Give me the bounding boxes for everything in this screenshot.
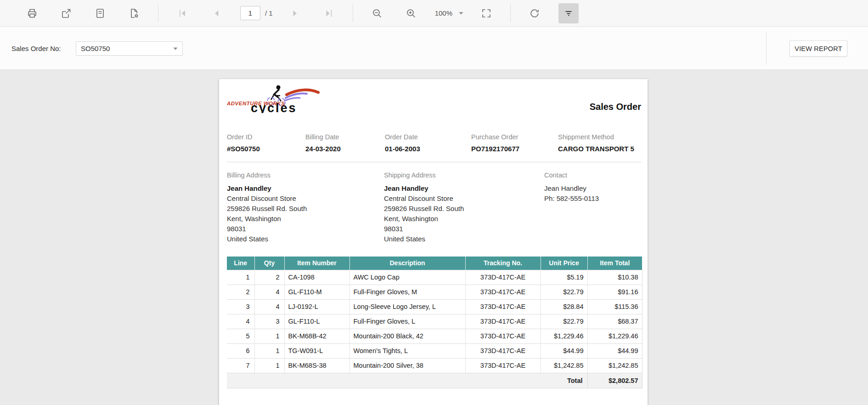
- billing-address-line: 259826 Russell Rd. South: [227, 204, 384, 214]
- zoom-out-button[interactable]: [367, 3, 387, 23]
- table-row: 6 1 TG-W091-L Women's Tights, L 373D-417…: [227, 343, 642, 358]
- export-icon: [61, 8, 72, 19]
- billing-date-label: Billing Date: [305, 133, 385, 141]
- report-title: Sales Order: [590, 102, 641, 113]
- zoom-in-icon: [406, 8, 417, 19]
- contact-line: Ph: 582-555-0113: [544, 194, 599, 204]
- col-header-qty: Qty: [254, 257, 284, 270]
- zoom-level-dropdown[interactable]: 100%: [435, 9, 463, 17]
- toolbar-separator: [353, 5, 353, 22]
- table-row: 1 2 CA-1098 AWC Logo Cap 373D-417C-AE $5…: [227, 270, 642, 285]
- sales-order-no-dropdown[interactable]: SO50750: [76, 41, 183, 56]
- order-date-label: Order Date: [385, 133, 471, 141]
- zoom-dropdown-caret-icon: [459, 12, 463, 15]
- contact-line: Jean Handley: [544, 183, 599, 194]
- shipping-address-name: Jean Handley: [384, 183, 544, 194]
- next-page-button[interactable]: [285, 3, 305, 23]
- page-count-label: / 1: [265, 9, 273, 17]
- refresh-icon: [529, 8, 540, 19]
- adventure-works-cycles-logo: ADVENTURE WORKS cycles: [227, 85, 328, 113]
- logo-brand-bottom-text: cycles: [251, 101, 297, 113]
- previous-page-button[interactable]: [206, 3, 226, 23]
- col-header-line: Line: [227, 257, 254, 270]
- page-number-input[interactable]: [240, 6, 260, 20]
- first-page-icon: [177, 8, 188, 19]
- billing-address-line: Kent, Washington: [227, 214, 384, 224]
- print-button[interactable]: [22, 3, 42, 23]
- previous-page-icon: [211, 8, 222, 19]
- billing-address-line: Central Discount Store: [227, 194, 384, 204]
- shipping-address-line: 98031: [384, 224, 544, 234]
- table-row: 2 4 GL-F110-M Full-Finger Gloves, M 373D…: [227, 285, 642, 299]
- section-divider: [227, 162, 641, 162]
- order-date-value: 01-06-2003: [385, 145, 471, 153]
- billing-address-label: Billing Address: [227, 171, 384, 179]
- shipping-address-line: Kent, Washington: [384, 214, 544, 224]
- parameters-toggle-button[interactable]: [558, 3, 579, 23]
- dropdown-caret-icon: [173, 47, 178, 50]
- zoom-level-value: 100%: [435, 9, 452, 17]
- billing-date-field: Billing Date 24-03-2020: [305, 133, 385, 153]
- col-header-tracking-no: Tracking No.: [465, 257, 541, 270]
- order-date-field: Order Date 01-06-2003: [385, 133, 471, 153]
- total-label: Total: [227, 373, 587, 388]
- billing-date-value: 24-03-2020: [305, 145, 385, 153]
- table-header-row: Line Qty Item Number Description Trackin…: [227, 257, 642, 270]
- parameters-icon: [563, 8, 574, 19]
- purchase-order-value: PO7192170677: [471, 145, 558, 153]
- table-row: 5 1 BK-M68B-42 Mountain-200 Black, 42 37…: [227, 329, 642, 343]
- total-value: $2,802.57: [587, 373, 642, 388]
- addresses-row: Billing Address Jean Handley Central Dis…: [227, 171, 641, 244]
- sales-order-no-value: SO50750: [81, 45, 173, 52]
- view-report-button[interactable]: VIEW REPORT: [789, 40, 847, 57]
- billing-address-line: 98031: [227, 224, 384, 234]
- page-setup-button[interactable]: [124, 3, 144, 23]
- last-page-icon: [323, 8, 334, 19]
- col-header-unit-price: Unit Price: [541, 257, 587, 270]
- contact-block: Contact Jean Handley Ph: 582-555-0113: [544, 171, 599, 244]
- col-header-description: Description: [349, 257, 465, 270]
- print-layout-button[interactable]: [90, 3, 110, 23]
- first-page-button[interactable]: [172, 3, 192, 23]
- export-button[interactable]: [56, 3, 76, 23]
- order-id-value: #SO50750: [227, 145, 305, 153]
- report-canvas[interactable]: ADVENTURE WORKS cycles Sales Order Order…: [0, 70, 868, 405]
- toolbar-separator: [510, 5, 511, 22]
- shipping-address-label: Shipping Address: [384, 171, 544, 179]
- billing-address-block: Billing Address Jean Handley Central Dis…: [227, 171, 384, 244]
- last-page-button[interactable]: [319, 3, 339, 23]
- shipment-method-label: Shippment Method: [558, 133, 634, 141]
- billing-address-line: United States: [227, 234, 384, 244]
- next-page-icon: [289, 8, 300, 19]
- col-header-item-number: Item Number: [284, 257, 349, 270]
- order-info-row: Order ID #SO50750 Billing Date 24-03-202…: [227, 133, 641, 153]
- zoom-out-icon: [372, 8, 383, 19]
- cyclist-head: [276, 86, 281, 90]
- order-id-label: Order ID: [227, 133, 305, 141]
- sales-order-no-label: Sales Order No:: [11, 27, 61, 70]
- table-row: 4 3 GL-F110-L Full-Finger Gloves, L 373D…: [227, 314, 642, 329]
- parameter-bar: Sales Order No: SO50750 VIEW REPORT: [0, 27, 868, 70]
- shipment-method-value: CARGO TRANSPORT 5: [558, 145, 634, 153]
- report-viewer-toolbar: / 1 100%: [0, 0, 868, 27]
- shipping-address-line: 259826 Russell Rd. South: [384, 204, 544, 214]
- cyclist-body: [274, 89, 279, 97]
- fullscreen-button[interactable]: [476, 3, 496, 23]
- order-items-table: Line Qty Item Number Description Trackin…: [227, 257, 643, 388]
- contact-label: Contact: [544, 171, 599, 179]
- report-header: ADVENTURE WORKS cycles Sales Order: [227, 85, 641, 113]
- purchase-order-field: Purchase Order PO7192170677: [471, 133, 558, 153]
- toolbar-separator: [158, 5, 158, 22]
- zoom-in-button[interactable]: [401, 3, 421, 23]
- refresh-button[interactable]: [524, 3, 545, 23]
- shipment-method-field: Shippment Method CARGO TRANSPORT 5: [558, 133, 634, 153]
- shipping-address-block: Shipping Address Jean Handley Central Di…: [384, 171, 544, 244]
- order-id-field: Order ID #SO50750: [227, 133, 305, 153]
- shipping-address-line: Central Discount Store: [384, 194, 544, 204]
- print-layout-icon: [95, 8, 106, 19]
- print-icon: [27, 8, 38, 19]
- billing-address-name: Jean Handley: [227, 183, 384, 194]
- table-total-row: Total $2,802.57: [227, 373, 642, 388]
- purchase-order-label: Purchase Order: [471, 133, 558, 141]
- page-setup-icon: [129, 8, 140, 19]
